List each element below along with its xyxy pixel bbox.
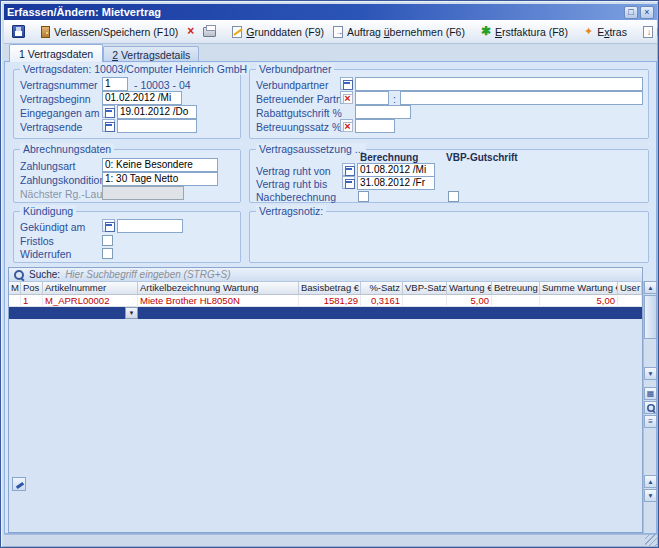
close-button[interactable]: × [640, 6, 654, 19]
betreuender-partner-nr-field[interactable] [355, 91, 389, 105]
vertrag-ruht-bis-field[interactable]: 31.08.2012 /Fr [357, 176, 435, 190]
erstfaktura-label: Erstfaktura (F8) [495, 26, 568, 38]
save-button[interactable] [8, 23, 29, 40]
col-user[interactable]: User [618, 282, 642, 295]
vertragsbeginn-field[interactable]: 01.02.2012 /Mi [102, 91, 182, 105]
date-picker-icon[interactable] [102, 119, 115, 132]
document-arrow-icon: → [333, 26, 343, 38]
group-kuendigung-title: Kündigung [20, 205, 76, 217]
extras-label: Extras [597, 26, 627, 38]
cell-summe-wartung: 5,00 [540, 295, 618, 307]
group-abrechnungsdaten: Abrechnungsdaten Zahlungsart 0: Keine Be… [13, 149, 241, 203]
extras-button[interactable]: ✦ Extras [580, 23, 631, 40]
clear-x-icon[interactable] [340, 119, 353, 132]
vertragsnotiz-textarea[interactable] [254, 220, 644, 260]
wartung-grid-panel: Suche: Hier Suchbegriff eingeben (STRG+S… [8, 267, 643, 533]
verbundpartner-label: Verbundpartner [256, 79, 328, 91]
resize-grip[interactable] [645, 534, 657, 546]
column-chooser-icon[interactable]: ▦ [644, 387, 657, 400]
betreuungssatz-field[interactable] [355, 119, 395, 133]
group-vertragsnotiz: Vertragsnotiz: [249, 211, 649, 263]
col-pos[interactable]: Pos [21, 282, 43, 295]
date-picker-icon[interactable] [102, 105, 115, 118]
print-button[interactable] [199, 25, 220, 39]
verbundpartner-field[interactable] [355, 77, 643, 91]
naechster-rglauf-field [102, 186, 184, 200]
toolbar: Verlassen/Speichern (F10) × Grunddaten (… [4, 20, 657, 44]
edit-row-icon[interactable] [12, 477, 26, 491]
date-picker-icon[interactable] [102, 219, 115, 232]
group-vertragsdaten: Vertragsdaten: 10003/Computer Heinrich G… [13, 69, 241, 139]
reduction-icon: ↓ [643, 26, 653, 38]
scroll-down-button[interactable]: ▼ [644, 367, 657, 380]
cell-dropdown-button[interactable]: ▼ [125, 307, 138, 319]
auftrag-uebernehmen-button[interactable]: → Auftrag übernehmen (F6) [329, 24, 469, 40]
cell-wartung: 5,00 [447, 295, 492, 307]
col-m[interactable]: M [9, 282, 21, 295]
rabattgutschrift-field[interactable] [355, 105, 411, 119]
delete-button[interactable]: × [183, 23, 198, 40]
group-kuendigung: Kündigung Gekündigt am Fristlos Widerruf… [13, 211, 241, 263]
eingegangen-am-label: Eingegangen am [20, 107, 99, 119]
lookup-edit-icon[interactable] [340, 77, 353, 90]
col-artikelbezeichnung[interactable]: Artikelbezeichnung Wartung [138, 282, 299, 295]
grid-vertical-scrollbar[interactable]: ▲ ▼ ▦ ≡ ▲ ▼ [643, 281, 656, 533]
grunddaten-button[interactable]: Grunddaten (F9) [228, 24, 328, 40]
grid-row-1[interactable]: 1 M_APRL00002 Miete Brother HL8050N 1581… [9, 295, 642, 307]
date-picker-icon[interactable] [342, 163, 355, 176]
title-bar[interactable]: Erfassen/Ändern: Mietvertrag □ × [4, 4, 657, 20]
col-vbp-satz[interactable]: VBP-Satz [403, 282, 447, 295]
clear-x-icon[interactable] [340, 91, 353, 104]
nachberechnung-label: Nachberechnung [256, 191, 336, 203]
grid-search-icon[interactable] [644, 401, 657, 414]
page-down-button[interactable]: ▼ [644, 489, 657, 502]
cell-prozent-satz: 0,3161 [361, 295, 403, 307]
col-basisbetrag[interactable]: Basisbetrag € [299, 282, 361, 295]
vertragsbeginn-label: Vertragsbeginn [20, 93, 91, 105]
widerrufen-checkbox[interactable] [102, 248, 113, 259]
nachberechnung-berechnung-checkbox[interactable] [358, 191, 369, 202]
gekuendigt-am-field[interactable] [117, 219, 183, 233]
date-picker-icon[interactable] [342, 176, 355, 189]
filter-icon[interactable]: ≡ [644, 415, 657, 428]
edit-page-icon [232, 26, 242, 38]
vertrag-ruht-von-field[interactable]: 01.08.2012 /Mi [357, 163, 435, 177]
minderung-button[interactable]: ↓ Minderung [639, 24, 659, 40]
verlassen-speichern-label: Verlassen/Speichern (F10) [54, 26, 178, 38]
group-abrechnungsdaten-title: Abrechnungsdaten [20, 143, 114, 155]
auftrag-uebernehmen-label: Auftrag übernehmen (F6) [347, 26, 465, 38]
erstfaktura-button[interactable]: ✱ Erstfaktura (F8) [477, 23, 572, 40]
col-betreuung[interactable]: Betreuung € [492, 282, 540, 295]
zahlungskondition-field[interactable]: 1: 30 Tage Netto [102, 172, 218, 186]
col-prozent-satz[interactable]: %-Satz [361, 282, 403, 295]
betreuungssatz-label: Betreuungssatz % [256, 121, 341, 133]
tab-vertragsdetails[interactable]: 2 Vertragsdetails [103, 46, 199, 62]
col-summe-wartung[interactable]: Summe Wartung € [540, 282, 618, 295]
scroll-up-button[interactable]: ▲ [644, 281, 657, 294]
cell-pos: 1 [21, 295, 43, 307]
nachberechnung-vbp-checkbox[interactable] [448, 191, 459, 202]
tab-vertragsdaten[interactable]: 1 Vertragsdaten [9, 44, 103, 62]
restore-button[interactable]: □ [624, 6, 638, 19]
col-artikelnummer[interactable]: Artikelnummer [43, 282, 138, 295]
search-label: Suche: [29, 269, 60, 280]
col-wartung[interactable]: Wartung € [447, 282, 492, 295]
grid-search-bar[interactable]: Suche: Hier Suchbegriff eingeben (STRG+S… [9, 268, 642, 282]
betreuender-partner-label: Betreuender Partner [256, 93, 351, 105]
cell-basisbetrag: 1581,29 [299, 295, 361, 307]
betreuender-partner-name-field[interactable] [400, 91, 643, 105]
grid-selected-row[interactable]: ▼ [9, 307, 642, 319]
fristlos-checkbox[interactable] [102, 235, 113, 246]
scroll-thumb[interactable] [644, 295, 657, 339]
verlassen-speichern-button[interactable]: Verlassen/Speichern (F10) [37, 24, 182, 40]
berechnung-column-header: Berechnung [360, 152, 418, 163]
page-up-button[interactable]: ▲ [644, 475, 657, 488]
zahlungsart-field[interactable]: 0: Keine Besondere [102, 158, 218, 172]
vertragsnummer-field[interactable]: 1 [102, 77, 128, 91]
eingegangen-am-field[interactable]: 19.01.2012 /Do [117, 105, 197, 119]
green-star-icon: ✱ [481, 25, 491, 38]
group-verbundpartner-title: Verbundpartner [256, 63, 334, 75]
gekuendigt-am-label: Gekündigt am [20, 221, 85, 233]
status-bar [4, 534, 657, 546]
vertragsende-field[interactable] [117, 119, 197, 133]
